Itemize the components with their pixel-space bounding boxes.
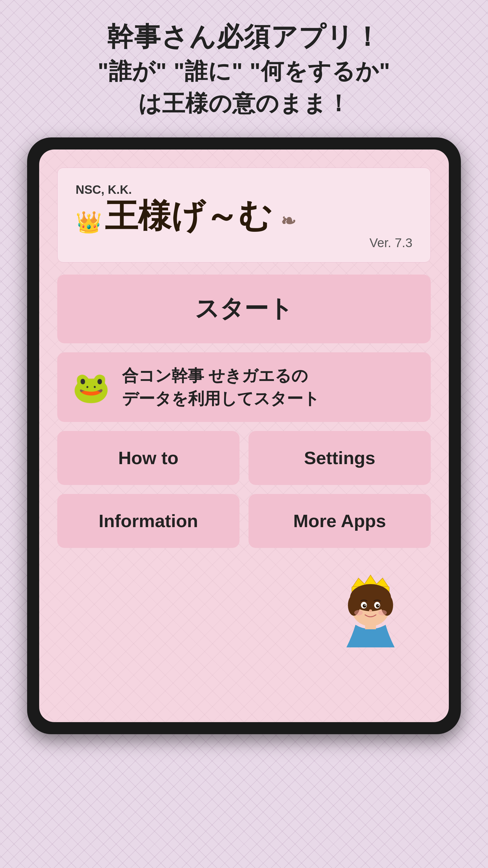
top-line1: 幹事さん必須アプリ！ bbox=[98, 18, 390, 55]
more-apps-button[interactable]: More Apps bbox=[249, 494, 431, 548]
svg-point-11 bbox=[378, 604, 379, 606]
svg-point-8 bbox=[363, 604, 366, 608]
svg-rect-15 bbox=[365, 623, 376, 629]
top-description: 幹事さん必須アプリ！ "誰が" "誰に" "何をするか" は王様の意のまま！ bbox=[98, 18, 390, 119]
how-to-button[interactable]: How to bbox=[57, 431, 239, 485]
app-header: NSC, K.K. 👑 王様げ～む ❧ Ver. 7.3 bbox=[57, 167, 431, 262]
settings-button[interactable]: Settings bbox=[249, 431, 431, 485]
start-button[interactable]: スタート bbox=[57, 275, 431, 343]
frog-icon: 🐸 bbox=[72, 372, 110, 402]
app-title: 王様げ～む ❧ bbox=[105, 199, 296, 233]
svg-point-14 bbox=[378, 610, 387, 615]
crown-icon: 👑 bbox=[76, 212, 102, 233]
svg-point-10 bbox=[364, 604, 366, 606]
svg-point-13 bbox=[354, 610, 363, 615]
frog-line2: データを利用してスタート bbox=[122, 390, 320, 407]
mascot-area bbox=[57, 560, 431, 656]
information-button[interactable]: Information bbox=[57, 494, 239, 548]
top-line3: は王様の意のまま！ bbox=[98, 87, 390, 119]
button-grid: How to Settings Information More Apps bbox=[57, 431, 431, 548]
svg-point-12 bbox=[369, 610, 372, 612]
phone-frame: NSC, K.K. 👑 王様げ～む ❧ Ver. 7.3 スタート 🐸 合コン幹… bbox=[27, 137, 461, 734]
svg-point-9 bbox=[376, 604, 380, 608]
phone-screen: NSC, K.K. 👑 王様げ～む ❧ Ver. 7.3 スタート 🐸 合コン幹… bbox=[39, 150, 449, 722]
version-text: Ver. 7.3 bbox=[76, 236, 412, 250]
frog-line1: 合コン幹事 せきガエるの bbox=[122, 367, 308, 384]
frog-button-text: 合コン幹事 せきガエるの データを利用してスタート bbox=[122, 364, 320, 410]
frog-start-button[interactable]: 🐸 合コン幹事 せきガエるの データを利用してスタート bbox=[57, 352, 431, 422]
company-name: NSC, K.K. bbox=[76, 183, 412, 196]
swirl-decoration: ❧ bbox=[281, 211, 296, 231]
mascot-character bbox=[328, 560, 413, 656]
top-line2: "誰が" "誰に" "何をするか" bbox=[98, 55, 390, 87]
